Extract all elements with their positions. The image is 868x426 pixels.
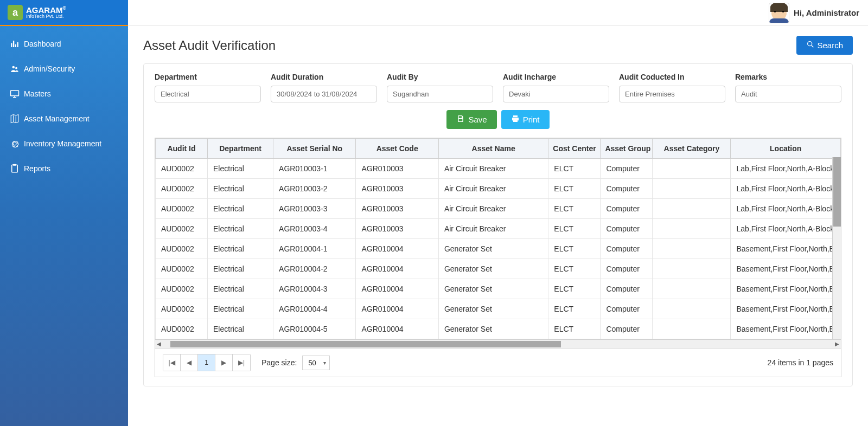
pager-first[interactable]: |◀ [163,354,181,371]
pager-prev[interactable]: ◀ [181,354,198,371]
form-input-audit-duration[interactable] [271,86,377,102]
table-cell: Generator Set [438,319,548,339]
table-cell: Lab,First Floor,North,A-Block,Server Roo… [731,179,841,199]
table-row[interactable]: AUD0002ElectricalAGR010004-2AGR010004Gen… [156,259,841,279]
gear-icon [10,139,20,149]
table-cell: Air Circuit Breaker [438,219,548,239]
logo[interactable]: a AGARAM® InfoTech Pvt. Ltd. [0,0,128,26]
table-cell: ELCT [548,319,601,339]
table-cell: Basement,First Floor,North,B-Block [731,299,841,319]
column-header[interactable]: Asset Group [601,139,653,159]
table-cell: AGR010004-5 [273,319,356,339]
table-cell: AGR010003 [356,219,438,239]
column-header[interactable]: Asset Code [356,139,438,159]
vertical-scrollbar[interactable] [832,157,841,339]
nav-label: Asset Management [24,114,90,123]
table-cell: Electrical [208,319,273,339]
form-input-audit-by[interactable] [387,86,493,102]
table-cell: Basement,First Floor,North,B-Block [731,239,841,259]
search-button[interactable]: Search [796,36,853,55]
nav-label: Admin/Security [24,64,75,73]
table-cell: Computer [601,159,653,179]
form-input-audit-coducted-in[interactable] [619,86,725,102]
nav-masters[interactable]: Masters [0,81,128,106]
table-cell: AGR010004 [356,259,438,279]
print-icon [511,114,520,125]
print-button[interactable]: Print [501,110,550,129]
column-header[interactable]: Audit Id [156,139,208,159]
horizontal-scrollbar[interactable]: ◀ ▶ [155,340,841,348]
nav-label: Reports [24,164,50,173]
clipboard-icon [10,164,20,173]
nav-dashboard[interactable]: Dashboard [0,31,128,56]
table-row[interactable]: AUD0002ElectricalAGR010004-4AGR010004Gen… [156,299,841,319]
table-cell: AUD0002 [156,179,208,199]
table-cell: Electrical [208,199,273,219]
monitor-icon [10,89,20,99]
table-cell: AGR010004-3 [273,279,356,299]
pager-page-1[interactable]: 1 [198,354,215,371]
table-cell: Generator Set [438,259,548,279]
page-size-select[interactable]: 50 [302,356,329,370]
table-cell: ELCT [548,259,601,279]
table-row[interactable]: AUD0002ElectricalAGR010004-1AGR010004Gen… [156,239,841,259]
scroll-left-icon[interactable]: ◀ [155,340,163,348]
nav-inventory-management[interactable]: Inventory Management [0,131,128,156]
table-cell: AGR010003-4 [273,219,356,239]
table-cell: Electrical [208,179,273,199]
form-input-remarks[interactable] [735,86,841,102]
table-row[interactable]: AUD0002ElectricalAGR010003-2AGR010003Air… [156,179,841,199]
scroll-right-icon[interactable]: ▶ [833,340,841,348]
table-cell: Electrical [208,259,273,279]
form-field-2: Audit By [387,73,493,102]
nav-asset-management[interactable]: Asset Management [0,106,128,131]
table-cell: AGR010004 [356,299,438,319]
table-cell: Computer [601,179,653,199]
table-cell [653,159,731,179]
form-label: Remarks [735,73,841,81]
table-cell: Electrical [208,159,273,179]
nav-label: Dashboard [24,40,61,48]
pager-next[interactable]: ▶ [215,354,233,371]
nav-admin-security[interactable]: Admin/Security [0,56,128,81]
column-header[interactable]: Location [731,139,841,159]
table-cell: Air Circuit Breaker [438,199,548,219]
table-cell: AGR010004 [356,319,438,339]
user-area[interactable]: Hi, Administrator [769,3,859,23]
print-button-label: Print [523,115,540,124]
table-cell: AGR010003 [356,199,438,219]
table-cell: Computer [601,199,653,219]
column-header[interactable]: Asset Serial No [273,139,356,159]
table-cell: Basement,First Floor,North,B-Block [731,319,841,339]
logo-icon: a [8,5,23,20]
column-header[interactable]: Cost Center [548,139,601,159]
pager-last[interactable]: ▶| [233,354,250,371]
form-input-department[interactable] [155,86,261,102]
nav-reports[interactable]: Reports [0,156,128,181]
table-cell: AGR010004-4 [273,299,356,319]
table-cell: AUD0002 [156,199,208,219]
form-input-audit-incharge[interactable] [503,86,609,102]
table-row[interactable]: AUD0002ElectricalAGR010004-3AGR010004Gen… [156,279,841,299]
column-header[interactable]: Department [208,139,273,159]
table-row[interactable]: AUD0002ElectricalAGR010003-3AGR010003Air… [156,199,841,219]
table-cell: ELCT [548,199,601,219]
save-button[interactable]: Save [446,110,496,129]
table-cell: Electrical [208,219,273,239]
table-cell: Electrical [208,279,273,299]
table-row[interactable]: AUD0002ElectricalAGR010003-1AGR010003Air… [156,159,841,179]
table-row[interactable]: AUD0002ElectricalAGR010004-5AGR010004Gen… [156,319,841,339]
table-cell: Computer [601,279,653,299]
table-row[interactable]: AUD0002ElectricalAGR010003-4AGR010003Air… [156,219,841,239]
table-cell: AGR010003-1 [273,159,356,179]
column-header[interactable]: Asset Category [653,139,731,159]
column-header[interactable]: Asset Name [438,139,548,159]
table-cell: Lab,First Floor,North,A-Block,Server Roo… [731,199,841,219]
main: Hi, Administrator Asset Audit Verificati… [128,0,868,426]
table-cell: ELCT [548,299,601,319]
table-cell: AUD0002 [156,279,208,299]
sidebar: a AGARAM® InfoTech Pvt. Ltd. Dashboard A… [0,0,128,426]
table-cell: AGR010004 [356,279,438,299]
table-cell: Computer [601,219,653,239]
save-button-label: Save [468,115,487,124]
